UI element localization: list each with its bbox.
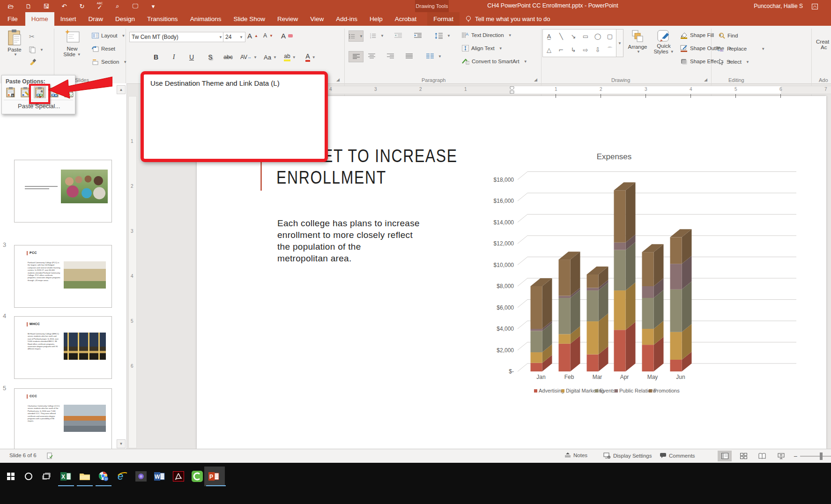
taskbar-powerpoint-icon[interactable]: P [208, 470, 220, 482]
display-settings-button[interactable]: Display Settings [603, 452, 652, 459]
replace-button[interactable]: abac Replace▼ [717, 44, 765, 54]
taskbar-internet-explorer-icon[interactable]: e [116, 470, 128, 482]
slide-thumbnail-5[interactable]: CCCClackamas Community College (CCC) ser… [14, 388, 112, 451]
tab-insert[interactable]: Insert [54, 12, 82, 26]
horizontal-ruler[interactable]: 43211234567 [300, 86, 831, 94]
shape-text-box-icon[interactable]: A̲ [543, 30, 555, 43]
comments-button[interactable]: Comments [660, 452, 695, 459]
zoom-out-button[interactable]: − [794, 452, 797, 460]
slideshow-view-button[interactable] [774, 451, 788, 461]
taskbar-file-explorer-icon[interactable] [79, 470, 91, 482]
text-shadow-button[interactable]: S [203, 52, 217, 63]
new-slide-button[interactable]: New Slide▼ [59, 29, 85, 57]
taskbar-word-icon[interactable]: W [154, 470, 166, 482]
shape-triangle-icon[interactable]: △ [543, 43, 555, 57]
increase-font-size-button[interactable]: A▲ [247, 30, 258, 41]
layout-button[interactable]: Layout▼ [92, 30, 125, 41]
strikethrough-button[interactable]: abc [221, 52, 235, 63]
taskbar-task-view-icon[interactable] [40, 470, 52, 482]
paragraph-dialog-launcher[interactable]: ◢ [534, 77, 540, 83]
reset-button[interactable]: Reset [92, 44, 115, 54]
bold-button[interactable]: B [149, 52, 163, 63]
normal-view-button[interactable] [718, 451, 732, 461]
taskbar-search-icon[interactable] [22, 470, 35, 482]
columns-button[interactable]: ▼ [426, 51, 442, 61]
thumbnails-scroll-up-button[interactable]: ▲ [117, 85, 126, 94]
font-color-button[interactable]: A▼ [304, 52, 318, 63]
vertical-ruler[interactable]: 123456 [128, 96, 137, 448]
drawing-dialog-launcher[interactable]: ◢ [704, 77, 710, 83]
thumbnails-scroll-down-button[interactable]: ▼ [117, 439, 126, 448]
change-case-button[interactable]: Aa▼ [263, 52, 277, 63]
open-icon[interactable]: 🗁 [6, 1, 16, 11]
taskbar-excel-icon[interactable]: X [60, 470, 72, 482]
line-spacing-button[interactable]: ▼ [435, 30, 451, 41]
underline-button[interactable]: U [185, 52, 199, 63]
tab-add-ins[interactable]: Add-ins [330, 12, 364, 26]
tab-home[interactable]: Home [25, 12, 54, 26]
tab-format[interactable]: Format [427, 12, 460, 26]
shape-arrow-right-icon[interactable]: ⇨ [579, 43, 592, 57]
tab-acrobat[interactable]: Acrobat [389, 12, 423, 26]
text-direction-button[interactable]: A Text Direction▼ [462, 30, 512, 40]
taskbar-photos-icon[interactable] [135, 470, 147, 482]
accessibility-checker-icon[interactable] [47, 452, 53, 459]
shape-freeform-icon[interactable]: ⌒ [604, 43, 616, 57]
align-center-button[interactable] [368, 51, 375, 61]
shape-arrow-icon[interactable]: ↘ [567, 30, 579, 43]
font-name-combo[interactable]: Tw Cen MT (Body)▼ [129, 32, 225, 42]
spelling-icon[interactable]: ABC✓ [95, 1, 105, 11]
slide-body-text[interactable]: Each college has plans to increase enrol… [277, 217, 420, 264]
new-icon[interactable]: 🗋 [23, 1, 34, 11]
redo-icon[interactable]: ↻ [77, 1, 87, 11]
tab-draw[interactable]: Draw [82, 12, 110, 26]
zoom-slider-track[interactable] [800, 456, 831, 457]
paste-button[interactable]: Paste ▼ [4, 29, 25, 57]
convert-to-smartart-button[interactable]: Convert to SmartArt▼ [462, 56, 527, 67]
shape-line-icon[interactable]: ╲ [555, 30, 567, 43]
start-slideshow-icon[interactable]: 🖵 [130, 1, 141, 11]
slide-sorter-view-button[interactable] [736, 451, 750, 461]
shape-oval-icon[interactable]: ◯ [592, 30, 604, 43]
cut-button[interactable]: ✂ [29, 31, 39, 42]
select-button[interactable]: Select▼ [719, 57, 749, 67]
taskbar-start-icon[interactable] [5, 470, 17, 482]
reading-view-button[interactable] [755, 451, 769, 461]
shape-rectangle-icon[interactable]: ▭ [579, 30, 592, 43]
taskbar-camtasia-icon[interactable] [191, 470, 203, 482]
shape-gallery[interactable]: A̲╲↘▭◯▢△⌐↳⇨⇩⌒ [542, 29, 616, 57]
user-account-name[interactable]: Puncochar, Hallie S [754, 3, 803, 9]
slide-thumbnail-2[interactable] [14, 160, 112, 222]
arrange-button[interactable]: Arrange▼ [626, 30, 649, 54]
highlight-color-button[interactable]: ab▼ [283, 52, 297, 63]
increase-indent-button[interactable] [414, 30, 422, 41]
tab-view[interactable]: View [304, 12, 330, 26]
font-size-combo[interactable]: 24▼ [223, 32, 245, 42]
bullets-button[interactable]: ▼ [349, 30, 364, 42]
quick-styles-button[interactable]: Quick Styles▼ [652, 30, 675, 54]
zoom-slider-thumb[interactable] [820, 452, 823, 460]
numbering-button[interactable]: 123▼ [370, 30, 384, 41]
italic-button[interactable]: I [167, 52, 181, 63]
shape-rounded-rectangle-icon[interactable]: ▢ [604, 30, 616, 43]
justify-button[interactable] [406, 51, 413, 61]
expenses-chart[interactable]: $-$2,000$4,000$6,000$8,000$10,000$12,000… [487, 150, 815, 403]
create-adobe-pdf-button[interactable]: Creat Ac [816, 39, 829, 50]
format-painter-button[interactable] [29, 57, 36, 67]
ribbon-display-options-icon[interactable] [809, 2, 820, 11]
tab-slide-show[interactable]: Slide Show [227, 12, 271, 26]
tab-transitions[interactable]: Transitions [141, 12, 184, 26]
customize-qat-icon[interactable]: ▾ [148, 1, 158, 11]
notes-button[interactable]: Notes [564, 452, 587, 458]
shape-fill-button[interactable]: Shape Fill▼ [680, 30, 722, 40]
shape-gallery-more-button[interactable]: ▼ [616, 29, 623, 57]
print-preview-icon[interactable]: ⌕ [112, 1, 123, 11]
shape-elbow-icon[interactable]: ⌐ [555, 43, 567, 57]
shape-elbow-arrow-icon[interactable]: ↳ [567, 43, 579, 57]
section-button[interactable]: Section▼ [92, 57, 127, 67]
tab-help[interactable]: Help [364, 12, 389, 26]
clear-formatting-button[interactable]: A [281, 30, 293, 41]
align-left-button[interactable] [349, 51, 364, 62]
taskbar-acrobat-icon[interactable] [172, 470, 185, 482]
paste-option-use-destination-theme[interactable]: a [5, 86, 17, 98]
